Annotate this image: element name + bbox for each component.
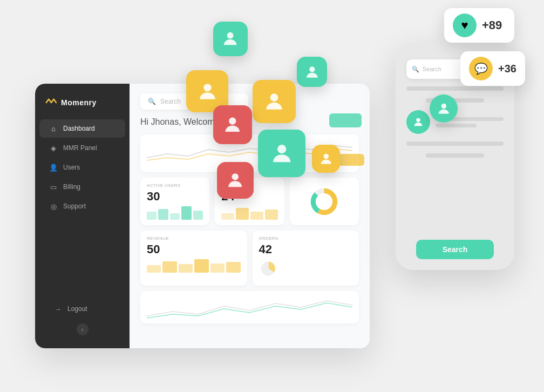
- nav-label-support: Support: [63, 202, 86, 210]
- sidebar-logout: → Logout: [35, 283, 130, 318]
- phone-search-icon: 🔍: [412, 66, 419, 73]
- sidebar-bottom: ‹: [35, 318, 130, 335]
- top-line-chart: [140, 134, 359, 172]
- svg-point-5: [309, 66, 315, 72]
- sidebar-nav: ⌂ Dashboard ◈ MMR Panel 👤 Users ▭ Billin…: [35, 119, 130, 318]
- phone-line-3: [436, 117, 504, 121]
- greeting-sub: Welcome Back: [183, 117, 241, 126]
- sidebar-item-billing[interactable]: ▭ Billing: [39, 178, 125, 196]
- search-placeholder: Search: [160, 98, 181, 105]
- pie-mini: [259, 259, 353, 280]
- stat-card-active-users: ACTIVE USERS 30: [140, 178, 209, 225]
- phone-avatar-row: [406, 110, 504, 134]
- scene: Momenry ⌂ Dashboard ◈ MMR Panel 👤 Users …: [0, 0, 544, 392]
- search-icon: 🔍: [148, 98, 156, 105]
- stats-grid: ACTIVE USERS 30 TOTAL SALES 24: [140, 178, 359, 225]
- svg-point-4: [227, 32, 234, 39]
- billing-icon: ▭: [49, 183, 58, 191]
- heart-count: +89: [482, 18, 502, 32]
- nav-label-users: Users: [63, 164, 80, 171]
- stat-value-1: 24: [221, 190, 277, 204]
- bottom-line-chart: [140, 291, 359, 323]
- nav-label-mmr: MMR Panel: [63, 144, 97, 152]
- heart-icon: ♥: [461, 18, 468, 32]
- dashboard-card: Momenry ⌂ Dashboard ◈ MMR Panel 👤 Users …: [35, 84, 370, 348]
- greeting-name: Hi Jhonas,: [140, 117, 181, 126]
- sidebar-item-dashboard[interactable]: ⌂ Dashboard: [39, 119, 125, 138]
- phone-line-6: [426, 153, 484, 158]
- phone-line-5: [406, 141, 504, 146]
- stats-row2: REVENUE 50 ORDERS 42: [140, 231, 359, 286]
- heart-icon-circle: ♥: [453, 13, 477, 37]
- phone-line-4: [436, 124, 477, 127]
- sidebar-item-support[interactable]: ◎ Support: [39, 197, 125, 215]
- stat-label-1: TOTAL SALES: [221, 183, 277, 188]
- logo: Momenry: [35, 97, 130, 119]
- phone-avatar-1: [406, 110, 430, 134]
- stat-value-3: 42: [259, 242, 353, 256]
- stat-value-0: 30: [147, 190, 203, 204]
- support-icon: ◎: [49, 202, 58, 211]
- home-icon: ⌂: [49, 124, 58, 133]
- main-content: 🔍 Search Hi Jhonas, Welcome Back ACTIVE …: [130, 84, 370, 348]
- stat-label-0: ACTIVE USERS: [147, 183, 203, 188]
- stat-card-total-sales: TOTAL SALES 24: [215, 178, 284, 225]
- mini-chart-2: [147, 259, 241, 273]
- stat-value-2: 50: [147, 242, 241, 256]
- svg-point-3: [416, 118, 420, 122]
- phone-search-button[interactable]: Search: [416, 240, 494, 259]
- stat-card-chart: [290, 178, 359, 225]
- back-icon: ‹: [81, 326, 84, 333]
- sidebar: Momenry ⌂ Dashboard ◈ MMR Panel 👤 Users …: [35, 84, 130, 348]
- back-button[interactable]: ‹: [77, 323, 89, 335]
- stat-card-revenue: REVENUE 50: [140, 231, 247, 286]
- notif-bubble-heart: ♥ +89: [444, 8, 514, 43]
- nav-label-dashboard: Dashboard: [63, 125, 95, 132]
- phone-line-2: [426, 98, 484, 103]
- welcome-heading: Hi Jhonas, Welcome Back: [140, 117, 359, 127]
- phone-text-lines: [436, 110, 504, 134]
- logout-label: Logout: [67, 305, 87, 313]
- phone-mockup: 🔍 Search Search: [396, 43, 514, 270]
- logo-icon: [45, 97, 57, 109]
- mini-chart-1: [221, 206, 277, 220]
- stat-card-orders: ORDERS 42: [253, 231, 359, 286]
- search-bar[interactable]: 🔍 Search: [140, 93, 248, 110]
- stat-label-3: ORDERS: [259, 236, 353, 241]
- phone-search-bar[interactable]: 🔍 Search: [406, 59, 504, 79]
- chart-icon: ◈: [49, 144, 58, 152]
- mini-chart-0: [147, 206, 203, 220]
- brand-name: Momenry: [61, 98, 97, 107]
- phone-line-1: [406, 86, 504, 91]
- avatar-bubble-2: [297, 57, 327, 87]
- nav-label-billing: Billing: [63, 183, 80, 191]
- logout-icon: →: [53, 305, 62, 313]
- avatar-bubble-1: [213, 22, 248, 56]
- users-icon: 👤: [49, 163, 58, 172]
- sidebar-item-users[interactable]: 👤 Users: [39, 158, 125, 177]
- stat-label-2: REVENUE: [147, 236, 241, 241]
- logout-item[interactable]: → Logout: [44, 300, 121, 318]
- sidebar-item-mmr[interactable]: ◈ MMR Panel: [39, 139, 125, 157]
- phone-search-placeholder: Search: [423, 66, 441, 72]
